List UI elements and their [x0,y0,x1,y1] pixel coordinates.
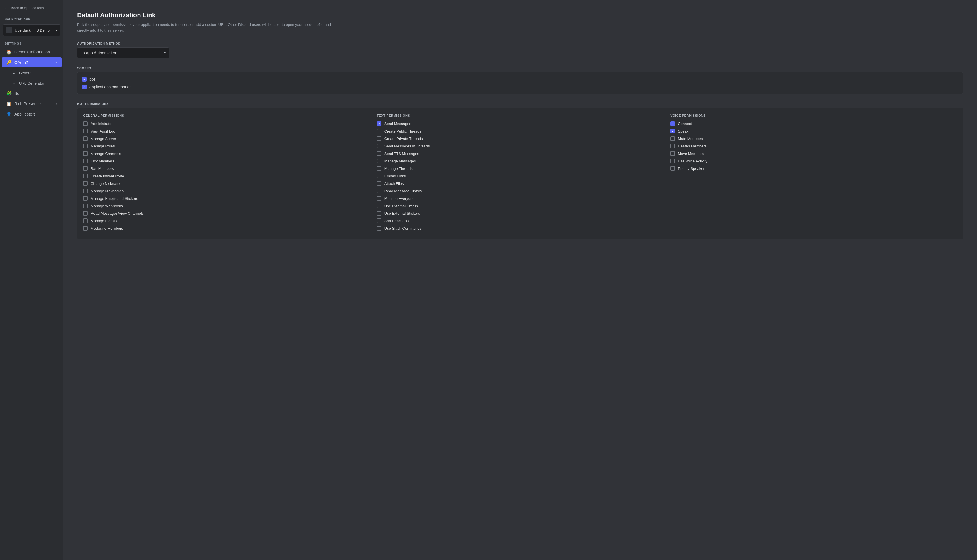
scope-checkbox-bot[interactable] [82,77,87,82]
perm-cb-move-members[interactable] [670,151,675,156]
perm-label: Manage Nicknames [91,189,124,193]
sub-arrow-icon: ↳ [11,70,16,75]
perm-label: Create Public Threads [384,129,421,133]
perm-cb-connect[interactable] [670,121,675,126]
perm-use-external-stickers: Use External Stickers [377,211,664,216]
perm-create-private-threads: Create Private Threads [377,136,664,141]
perm-cb-read-messages[interactable] [83,211,88,216]
app-selector-left: Uberduck TTS Demo [6,27,50,33]
perm-moderate-members: Moderate Members [83,226,370,230]
perm-cb-use-external-stickers[interactable] [377,211,381,216]
perm-cb-add-reactions[interactable] [377,218,381,223]
perm-read-messages: Read Messages/View Channels [83,211,370,216]
app-selector[interactable]: Uberduck TTS Demo ▾ [3,25,60,36]
perm-send-tts-messages: Send TTS Messages [377,151,664,156]
perm-cb-create-private-threads[interactable] [377,136,381,141]
perm-cb-change-nickname[interactable] [83,181,88,186]
perm-label: Use External Emojis [384,204,418,208]
scope-item-bot: bot [82,77,958,82]
back-arrow-icon: ← [5,6,8,10]
perm-cb-create-instant-invite[interactable] [83,173,88,178]
perm-cb-priority-speaker[interactable] [670,166,675,171]
app-selector-container: Uberduck TTS Demo ▾ [0,23,63,38]
sidebar-item-label: URL Generator [19,81,44,85]
scopes-box: bot applications.commands [77,72,963,94]
sidebar-item-label: App Testers [14,112,36,117]
perm-cb-manage-threads[interactable] [377,166,381,171]
perm-label: Moderate Members [91,226,123,230]
perm-cb-manage-nicknames[interactable] [83,188,88,193]
app-name: Uberduck TTS Demo [15,28,50,32]
perm-speak: Speak [670,129,957,133]
general-permissions-header: GENERAL PERMISSIONS [83,114,370,117]
auth-method-select[interactable]: In-app Authorization Custom URL None [77,47,169,58]
perm-cb-use-external-emojis[interactable] [377,203,381,208]
app-avatar [6,27,12,33]
perm-label: Use External Stickers [384,211,420,216]
perm-cb-speak[interactable] [670,129,675,133]
perm-cb-send-messages[interactable] [377,121,381,126]
perm-use-slash-commands: Use Slash Commands [377,226,664,230]
perm-label: Read Messages/View Channels [91,211,144,216]
perm-cb-manage-events[interactable] [83,218,88,223]
perm-cb-mention-everyone[interactable] [377,196,381,201]
page-description: Pick the scopes and permissions your app… [77,22,336,33]
chevron-right-icon: › [56,102,57,105]
perm-send-messages-in-threads: Send Messages in Threads [377,144,664,148]
perm-cb-manage-channels[interactable] [83,151,88,156]
perm-manage-webhooks: Manage Webhooks [83,203,370,208]
key-icon: 🔑 [6,60,12,65]
perm-cb-manage-server[interactable] [83,136,88,141]
perm-cb-mute-members[interactable] [670,136,675,141]
perm-attach-files: Attach Files [377,181,664,186]
perm-cb-use-slash-commands[interactable] [377,226,381,230]
perm-label: Speak [678,129,688,133]
perm-label: Move Members [678,152,704,156]
perm-label: Use Voice Activity [678,159,707,163]
perm-manage-emojis-stickers: Manage Emojis and Stickers [83,196,370,201]
perm-cb-kick-members[interactable] [83,159,88,163]
sidebar: ← Back to Applications SELECTED APP Uber… [0,0,63,560]
perm-cb-manage-roles[interactable] [83,144,88,148]
scope-checkbox-applications-commands[interactable] [82,85,87,89]
perm-add-reactions: Add Reactions [377,218,664,223]
person-icon: 👤 [6,112,12,117]
perm-ban-members: Ban Members [83,166,370,171]
sidebar-item-label: Bot [14,91,20,96]
perm-cb-use-voice-activity[interactable] [670,159,675,163]
perm-cb-deafen-members[interactable] [670,144,675,148]
perm-manage-events: Manage Events [83,218,370,223]
perm-label: Change Nickname [91,182,122,186]
sidebar-item-bot[interactable]: 🧩 Bot [2,88,62,98]
sidebar-item-rich-presence[interactable]: 📋 Rich Presence › [2,99,62,109]
perm-cb-send-tts-messages[interactable] [377,151,381,156]
perm-label: Manage Server [91,137,116,141]
perm-cb-moderate-members[interactable] [83,226,88,230]
perm-create-public-threads: Create Public Threads [377,129,664,133]
sidebar-item-app-testers[interactable]: 👤 App Testers [2,109,62,119]
perm-cb-manage-messages[interactable] [377,159,381,163]
list-icon: 📋 [6,101,12,107]
perm-cb-send-messages-in-threads[interactable] [377,144,381,148]
perm-change-nickname: Change Nickname [83,181,370,186]
perm-cb-create-public-threads[interactable] [377,129,381,133]
perm-send-messages: Send Messages [377,121,664,126]
perm-cb-attach-files[interactable] [377,181,381,186]
perm-cb-embed-links[interactable] [377,173,381,178]
sidebar-item-general[interactable]: ↳ General [2,68,62,78]
sidebar-item-general-information[interactable]: 🏠 General Information [2,47,62,57]
perm-cb-ban-members[interactable] [83,166,88,171]
perm-label: Connect [678,122,691,126]
back-to-applications[interactable]: ← Back to Applications [0,3,63,12]
perm-cb-read-message-history[interactable] [377,188,381,193]
sidebar-item-url-generator[interactable]: ↳ URL Generator [2,78,62,88]
perm-label: Manage Events [91,219,117,223]
bot-permissions-label: BOT PERMISSIONS [77,102,963,105]
perm-cb-manage-webhooks[interactable] [83,203,88,208]
perm-cb-view-audit-log[interactable] [83,129,88,133]
scope-label-bot: bot [90,77,95,82]
perm-cb-manage-emojis-stickers[interactable] [83,196,88,201]
sidebar-item-oauth2[interactable]: 🔑 OAuth2 ▾ [2,57,62,67]
perm-cb-administrator[interactable] [83,121,88,126]
puzzle-icon: 🧩 [6,91,12,96]
